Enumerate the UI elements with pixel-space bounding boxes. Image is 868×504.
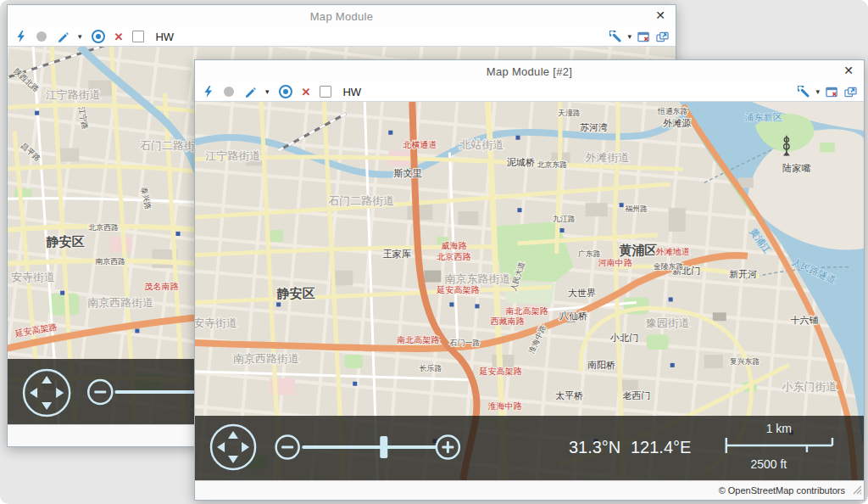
latitude-readout: 31.3°N <box>569 438 620 456</box>
map-label: 长乐路 <box>420 364 442 372</box>
pencil-icon[interactable] <box>56 31 69 43</box>
minus-icon <box>94 391 106 394</box>
map-label: 安寺街道 <box>195 316 237 329</box>
circle-tool-icon[interactable] <box>224 87 234 97</box>
map-label: 太平桥 <box>555 390 583 400</box>
caret-down-icon[interactable]: ▾ <box>78 32 82 41</box>
map-label: 南阳桥 <box>587 360 615 370</box>
map-label: 八仙桥 <box>559 311 587 321</box>
wrench-icon[interactable] <box>609 31 621 43</box>
pan-left-icon[interactable] <box>217 442 225 452</box>
hw-label: HW <box>342 86 361 98</box>
map-label: 新开河 <box>729 269 757 279</box>
lightning-icon[interactable] <box>202 86 214 98</box>
toolbar-2: ▾ ✕ HW ▾ <box>195 82 864 102</box>
map-label: 北京西路 <box>88 223 119 232</box>
map-label: 北京东路 <box>537 161 568 170</box>
float-panel-icon[interactable] <box>844 86 857 98</box>
pan-down-icon[interactable] <box>228 456 238 463</box>
map-label: 斯文里 <box>393 168 422 178</box>
map-label: 北站街道 <box>459 138 504 151</box>
map-label: 十六铺 <box>790 315 818 325</box>
map-label: 陆家嘴 <box>782 163 810 173</box>
map-label: 江宁路街道 <box>46 88 101 101</box>
map-label: 西藏南路 <box>490 316 524 326</box>
map-label: 南京西路街道 <box>87 296 153 309</box>
pan-left-icon[interactable] <box>30 388 37 398</box>
toolbar-1: ▾ ✕ HW ▾ <box>8 27 676 47</box>
radio-tool-icon[interactable] <box>279 85 292 98</box>
window-map-module-2: Map Module [#2] ✕ ▾ ✕ HW ▾ <box>194 59 865 501</box>
desktop: Map Module ✕ ▾ ✕ HW ▾ <box>0 0 868 504</box>
map-label: 南京东路街道 <box>444 272 510 285</box>
close-icon[interactable]: ✕ <box>843 64 854 77</box>
map-controlbar-2: 31.3°N 121.4°E 1 km 2500 ft <box>195 416 864 480</box>
map-label: 复兴东路 <box>730 357 760 366</box>
map-label: 石门二路街 <box>140 139 195 152</box>
map-label: 大世界 <box>568 288 596 298</box>
window-title: Map Module [#2] <box>487 65 572 78</box>
float-panel-icon[interactable] <box>656 31 669 43</box>
map-label: 延安高架路 <box>436 286 479 295</box>
titlebar-1[interactable]: Map Module ✕ <box>8 5 676 27</box>
plus-icon-v <box>447 441 449 453</box>
pencil-icon[interactable] <box>243 86 256 98</box>
close-panel-icon[interactable] <box>826 86 838 98</box>
map-label: 外滩地道 <box>656 247 690 256</box>
map-label: 黄浦区 <box>619 243 657 257</box>
map-label: 苏河湾 <box>580 122 608 132</box>
longitude-readout: 121.4°E <box>631 438 691 456</box>
map-label: 江宁路街道 <box>206 149 261 162</box>
caret-down-icon[interactable]: ▾ <box>265 87 270 96</box>
circle-tool-icon[interactable] <box>36 31 47 42</box>
map-canvas-2[interactable]: 江宁路街道北站街道石门二路街道外滩街道南京东路街道豫园街道小东门街道安寺街道南京… <box>195 102 864 480</box>
hw-checkbox[interactable] <box>132 31 144 42</box>
pan-up-icon[interactable] <box>42 376 52 384</box>
hw-label: HW <box>155 31 174 43</box>
map-label: 淮海中路 <box>487 401 521 411</box>
wrench-icon[interactable] <box>797 86 810 98</box>
map-label: 茂名南路 <box>144 282 178 291</box>
map-label: 浦东新区 <box>745 112 782 122</box>
pan-down-icon[interactable] <box>42 402 52 410</box>
map-label: 南北高架路 <box>505 306 548 316</box>
map-label: 小东门街道 <box>781 380 837 393</box>
titlebar-2[interactable]: Map Module [#2] ✕ <box>195 60 864 82</box>
zoom-slider-handle[interactable] <box>380 436 387 458</box>
pan-right-icon[interactable] <box>242 442 249 452</box>
map-label: 威海路 <box>441 241 466 250</box>
radio-tool-icon[interactable] <box>92 30 105 43</box>
map-label: 豫园街道 <box>646 316 690 329</box>
delete-icon[interactable]: ✕ <box>114 31 124 43</box>
map-label: 北横通道 <box>403 140 437 149</box>
map-label: 石门一路 <box>448 339 480 347</box>
scale-ft-label: 2500 ft <box>750 457 787 471</box>
close-icon[interactable]: ✕ <box>655 8 665 22</box>
close-panel-icon[interactable] <box>637 31 650 43</box>
map-label: 外滩源 <box>663 118 691 128</box>
map-label: 金陵东路 <box>654 262 684 271</box>
map-label: 小北门 <box>609 333 638 343</box>
minus-icon <box>281 446 293 449</box>
pan-up-icon[interactable] <box>228 431 238 439</box>
map-label: 安寺街道 <box>11 271 55 283</box>
delete-icon[interactable]: ✕ <box>302 86 311 98</box>
caret-down-icon[interactable]: ▾ <box>815 87 820 96</box>
map-label: 外滩街道 <box>586 151 630 164</box>
map-label: 广东路 <box>578 249 601 258</box>
map-label: 石门二路街道 <box>328 194 394 207</box>
map-label: 静安区 <box>276 286 315 300</box>
pan-right-icon[interactable] <box>56 388 64 398</box>
map-label: 老西门 <box>622 390 650 400</box>
scale-bar <box>726 438 832 453</box>
caret-down-icon[interactable]: ▾ <box>627 32 632 41</box>
lightning-icon[interactable] <box>14 31 27 43</box>
hw-checkbox[interactable] <box>320 86 331 98</box>
scale-km-label: 1 km <box>766 422 792 435</box>
map-label: 恒通东路 <box>657 107 688 115</box>
statusbar-2: © OpenStreetMap contributors <box>195 480 864 500</box>
map-label: 天潼路 <box>558 109 581 117</box>
map-label: 王家厍 <box>383 249 411 259</box>
map-label: 九江路 <box>553 215 576 223</box>
resize-grip[interactable] <box>852 483 862 498</box>
